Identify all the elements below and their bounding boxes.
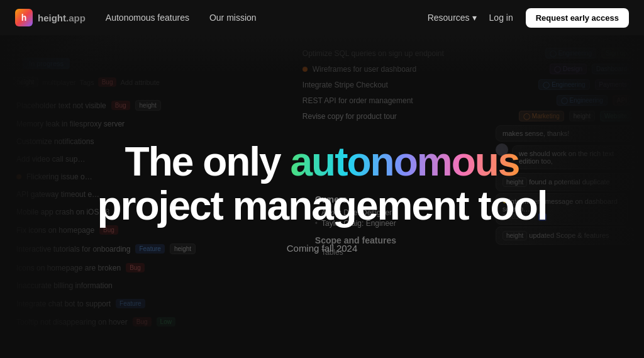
chat-message: height updated Scope & features bbox=[496, 227, 634, 245]
chevron-down-icon: ▾ bbox=[472, 13, 477, 23]
navbar-right: Resources ▾ Log in Request early access bbox=[428, 8, 629, 28]
height-badge: height bbox=[13, 77, 38, 87]
list-item: Customize notifications bbox=[13, 135, 277, 148]
list-item: Add video call sup… bbox=[13, 152, 277, 166]
chat-message: height found a potential duplicate bbox=[496, 173, 634, 191]
list-item: REST API for order management ◯ Engineer… bbox=[303, 92, 631, 108]
list-item: Optimize SQL queries on sign up endpoint… bbox=[303, 45, 631, 61]
logo[interactable]: h height.app bbox=[15, 9, 86, 26]
hero-section: T-123 ↖ In progress height multiplayer T… bbox=[0, 35, 644, 358]
logo-text: height.app bbox=[38, 13, 86, 23]
chat-message: makes sense, thanks! bbox=[496, 125, 634, 142]
list-item: Mobile app crash on iOS 18 bbox=[13, 205, 277, 219]
chat-panel: makes sense, thanks! we should work on t… bbox=[496, 123, 638, 247]
status-badge: In progress bbox=[23, 58, 70, 69]
navbar: h height.app Autonomous features Our mis… bbox=[0, 0, 644, 35]
list-item: Memory leak in filesproxy server bbox=[13, 117, 277, 131]
list-item: Wireframes for user dashboard ◯ Design D… bbox=[303, 61, 631, 77]
list-item: Placeholder text not visible Bug height bbox=[13, 98, 277, 113]
navbar-left: h height.app Autonomous features Our mis… bbox=[15, 9, 257, 26]
nav-link-autonomous[interactable]: Autonomous features bbox=[106, 13, 189, 23]
list-item: Integrate Stripe Checkout ◯ Engineering … bbox=[303, 77, 631, 92]
nav-link-mission[interactable]: Our mission bbox=[209, 13, 257, 23]
list-item: Integrate chat bot to support Feature bbox=[13, 296, 277, 311]
bg-right-panel: Optimize SQL queries on sign up endpoint… bbox=[290, 35, 644, 358]
list-item: Flickering issue o… bbox=[13, 170, 277, 184]
list-item: Interactive tutorials for onboarding Fea… bbox=[13, 241, 277, 257]
bg-content: T-123 ↖ In progress height multiplayer T… bbox=[0, 35, 644, 358]
resources-button[interactable]: Resources ▾ bbox=[428, 13, 477, 23]
bg-left-panel: T-123 ↖ In progress height multiplayer T… bbox=[0, 35, 290, 358]
chat-message: we should work on the rich text edition … bbox=[496, 143, 638, 171]
list-item: Fix icons on homepage Bug bbox=[13, 223, 277, 237]
early-access-button[interactable]: Request early access bbox=[526, 8, 629, 28]
logo-icon: h bbox=[15, 9, 33, 26]
login-button[interactable]: Log in bbox=[489, 13, 513, 23]
list-item: Revise copy for product tour ◯ Marketing… bbox=[303, 108, 631, 124]
list-item: Inaccurate billing information bbox=[13, 279, 277, 293]
list-item: Tooltip not disappearing on hover Bug Lo… bbox=[13, 315, 277, 329]
chat-message: ● Intermittent message on dashboard scre… bbox=[496, 193, 628, 225]
list-item: API gateway timeout e… bbox=[13, 187, 277, 201]
list-item: Icons on homepage are broken Bug bbox=[13, 260, 277, 275]
